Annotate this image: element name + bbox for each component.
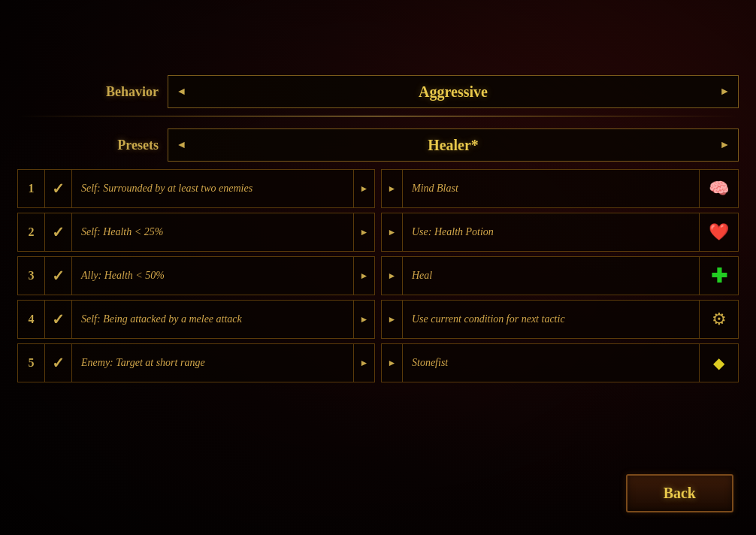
condition-arrow-4: ►	[353, 301, 374, 338]
condition-row-5[interactable]: 5 ✓ Enemy: Target at short range ►	[17, 343, 375, 382]
action-row-2[interactable]: ► Use: Health Potion ❤️	[381, 213, 739, 252]
row-checkbox-3[interactable]: ✓	[45, 257, 72, 295]
condition-row-4[interactable]: 4 ✓ Self: Being attacked by a melee atta…	[17, 300, 375, 339]
behavior-label: Behavior	[17, 84, 168, 100]
row-number-4: 4	[18, 301, 45, 338]
gear-icon: ⚙	[699, 300, 738, 339]
behavior-prev-button[interactable]: ◄	[168, 75, 195, 108]
action-text-5: Stonefist	[403, 357, 699, 369]
condition-arrow-1: ►	[353, 170, 374, 207]
condition-row-2[interactable]: 2 ✓ Self: Health < 25% ►	[17, 213, 375, 252]
presets-prev-button[interactable]: ◄	[168, 128, 195, 162]
row-number-2: 2	[18, 213, 45, 251]
condition-row-1[interactable]: 1 ✓ Self: Surrounded by at least two ene…	[17, 169, 375, 208]
action-text-2: Use: Health Potion	[403, 226, 699, 238]
action-row-1[interactable]: ► Mind Blast 🧠	[381, 169, 739, 208]
tactics-grid: 1 ✓ Self: Surrounded by at least two ene…	[17, 169, 739, 385]
heart-icon: ❤️	[699, 213, 738, 252]
condition-text-3: Ally: Health < 50%	[72, 270, 353, 282]
action-arrow-4: ►	[382, 301, 403, 338]
condition-arrow-3: ►	[353, 257, 374, 295]
presets-box: Healer*	[195, 128, 712, 162]
back-button[interactable]: Back	[626, 474, 733, 512]
row-number-1: 1	[18, 170, 45, 207]
condition-text-5: Enemy: Target at short range	[72, 357, 353, 369]
behavior-row: Behavior ◄ Aggressive ►	[17, 75, 739, 108]
row-number-3: 3	[18, 257, 45, 295]
main-container: Behavior ◄ Aggressive ► Presets ◄ Healer…	[17, 0, 739, 385]
row-number-5: 5	[18, 344, 45, 382]
action-row-5[interactable]: ► Stonefist ◆	[381, 343, 739, 382]
checkmark-2: ✓	[52, 223, 65, 241]
presets-next-button[interactable]: ►	[712, 128, 739, 162]
back-button-container: Back	[626, 474, 733, 512]
brain-icon: 🧠	[699, 169, 738, 208]
behavior-next-button[interactable]: ►	[712, 75, 739, 108]
action-row-4[interactable]: ► Use current condition for next tactic …	[381, 300, 739, 339]
row-checkbox-5[interactable]: ✓	[45, 344, 72, 382]
behavior-box: Aggressive	[195, 75, 712, 108]
action-arrow-3: ►	[382, 257, 403, 295]
row-checkbox-2[interactable]: ✓	[45, 213, 72, 251]
stonefist-icon: ◆	[699, 343, 738, 382]
checkmark-4: ✓	[52, 310, 65, 328]
divider-1	[17, 116, 739, 116]
condition-arrow-5: ►	[353, 344, 374, 382]
action-text-1: Mind Blast	[403, 183, 699, 195]
action-arrow-2: ►	[382, 213, 403, 251]
checkmark-5: ✓	[52, 354, 65, 372]
presets-value: Healer*	[198, 137, 709, 154]
action-arrow-5: ►	[382, 344, 403, 382]
condition-text-4: Self: Being attacked by a melee attack	[72, 313, 353, 325]
action-arrow-1: ►	[382, 170, 403, 207]
condition-row-3[interactable]: 3 ✓ Ally: Health < 50% ►	[17, 256, 375, 295]
checkmark-3: ✓	[52, 267, 65, 285]
condition-text-1: Self: Surrounded by at least two enemies	[72, 183, 353, 195]
row-checkbox-4[interactable]: ✓	[45, 301, 72, 338]
row-checkbox-1[interactable]: ✓	[45, 170, 72, 207]
checkmark-1: ✓	[52, 180, 65, 198]
action-text-3: Heal	[403, 270, 699, 282]
presets-label: Presets	[17, 138, 168, 153]
condition-text-2: Self: Health < 25%	[72, 226, 353, 238]
presets-row: Presets ◄ Healer* ►	[17, 128, 739, 162]
action-row-3[interactable]: ► Heal ✚	[381, 256, 739, 295]
condition-arrow-2: ►	[353, 213, 374, 251]
action-text-4: Use current condition for next tactic	[403, 313, 699, 325]
heal-icon: ✚	[699, 256, 738, 295]
behavior-value: Aggressive	[198, 83, 709, 101]
